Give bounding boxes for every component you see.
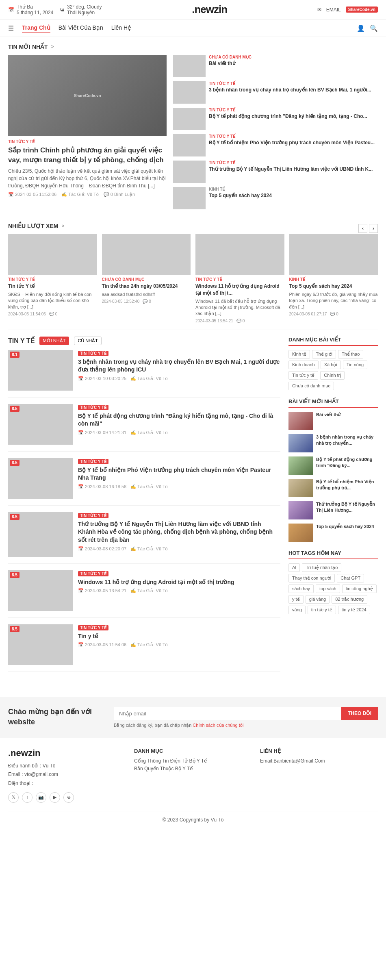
news-title-5[interactable]: Tin y tế: [78, 632, 280, 641]
footer-copyright: © 2023 Copyrights by Vũ Tô: [8, 811, 378, 823]
newsletter-submit-button[interactable]: THEO DÕI: [341, 707, 378, 720]
newsletter-input-row: THEO DÕI: [114, 707, 378, 720]
news-title-3[interactable]: Thứ trưởng Bộ Y tế Nguyễn Thị Liên Hương…: [78, 520, 280, 544]
popular-grid: TIN TỨC Y TẾ Tin tức Y tế SKĐS – Hiện na…: [8, 234, 378, 323]
hot-tag-2[interactable]: Thay thế con người: [288, 574, 335, 582]
hot-tag-4[interactable]: sách hay: [288, 585, 314, 593]
popular-title-2[interactable]: Windows 11 hỗ trợ ứng dụng Adroid tại mộ…: [195, 283, 284, 297]
search-icon[interactable]: 🔍: [370, 24, 378, 32]
news-title-0[interactable]: 3 bệnh nhân trong vụ cháy nhà trọ chuyển…: [78, 358, 280, 374]
news-thumb-4: 8.5: [8, 570, 73, 611]
social-rss-icon[interactable]: ⊕: [63, 792, 74, 803]
featured-main-title[interactable]: Sắp trình Chính phủ phương án giải quyết…: [8, 146, 167, 165]
top-bar-left: 📅 Thứ Ba 5 tháng 11, 2024 🌤 32° deg, Clo…: [8, 4, 102, 15]
score-badge-0: 8.1: [10, 352, 20, 358]
menu-icon[interactable]: ☰: [8, 24, 14, 32]
sidebar-title-0[interactable]: Bài viết thứ: [209, 60, 378, 67]
popular-title-0[interactable]: Tin tức Y tế: [8, 283, 97, 290]
recent-title-3[interactable]: Bộ Y tế bổ nhiệm Phó Viện trưởng phụ trá…: [316, 479, 378, 497]
social-youtube-icon[interactable]: ▶: [50, 792, 60, 803]
recent-title-1[interactable]: 3 bệnh nhân trong vụ cháy nhà trọ chuyển…: [316, 434, 378, 452]
sidebar-title-4[interactable]: Thứ trưởng Bộ Y tế Nguyễn Thị Liên Hương…: [209, 166, 378, 173]
sidebar-thumb-1: [173, 81, 206, 104]
danh-muc-section: DANH MỤC BÀI VIẾT Kinh tế Thế giới Thể t…: [288, 337, 378, 390]
score-badge-1: 8.5: [10, 406, 20, 412]
hot-tag-6[interactable]: tin công nghệ: [342, 585, 377, 593]
user-icon[interactable]: 👤: [357, 24, 365, 32]
recent-title-4[interactable]: Thứ trưởng Bộ Y tế Nguyễn Thị Liên Hương…: [316, 501, 378, 519]
newsletter-note: Bằng cách đăng ký, bạn đã chấp nhận Chín…: [114, 723, 378, 728]
top-bar: 📅 Thứ Ba 5 tháng 11, 2024 🌤 32° deg, Clo…: [0, 0, 386, 20]
tab-moi-nhat[interactable]: MỚI NHẤT: [39, 337, 69, 345]
footer-lien-he-content: Email:Banbienta@Gmail.Com: [260, 758, 378, 764]
nav-link-contact[interactable]: Liên Hệ: [111, 24, 131, 33]
news-title-1[interactable]: Bộ Y tế phát động chương trình "Đăng ký …: [78, 412, 280, 428]
news-date-2: 📅 2024-03-08 16:18:58: [78, 484, 126, 489]
danh-muc-tag-8[interactable]: Chưa có danh mục: [288, 382, 334, 390]
popular-comments-1: 💬 0: [143, 299, 151, 304]
news-title-4[interactable]: Windows 11 hỗ trợ ứng dụng Adroid tại mộ…: [78, 578, 280, 587]
hot-tag-5[interactable]: top sách: [316, 585, 340, 593]
danh-muc-tag-4[interactable]: Xã hội: [321, 361, 341, 369]
social-facebook-icon[interactable]: f: [22, 792, 33, 803]
hot-tag-11[interactable]: tin tức y tế: [308, 606, 336, 614]
weather-block: 🌤 32° deg, Cloudy Thái Nguyên: [60, 4, 102, 15]
recent-thumb-5: [288, 524, 313, 542]
sidebar-title-2[interactable]: Bộ Y tế phát động chương trình "Đăng ký …: [209, 113, 378, 120]
footer-logo[interactable]: .newzin: [8, 748, 126, 758]
footer-link-0[interactable]: Cổng Thông Tin Điện Tử Bộ Y Tế: [134, 758, 252, 764]
nav-link-home[interactable]: Trang Chủ: [22, 24, 50, 33]
sidebar-title-1[interactable]: 3 bệnh nhân trong vụ cháy nhà trọ chuyển…: [209, 87, 378, 93]
popular-title-3[interactable]: Top 5 quyển sách hay 2024: [289, 283, 378, 290]
nav-link-articles[interactable]: Bài Viết Của Bạn: [59, 24, 103, 33]
danh-muc-tag-6[interactable]: Tin tức y tế: [288, 371, 318, 380]
danh-muc-tag-1[interactable]: Thế giới: [312, 350, 336, 359]
hot-tag-9[interactable]: 82 trắc hương: [332, 595, 367, 604]
sidebar-cat-5: KINH TẾ: [209, 187, 378, 191]
hot-tag-7[interactable]: y tế: [288, 595, 304, 604]
popular-next-button[interactable]: ›: [369, 224, 378, 233]
top-logo[interactable]: .newzin: [192, 3, 227, 16]
featured-grid: ShareCode.vn TIN TỨC Y TẾ Sắp trình Chín…: [8, 55, 378, 209]
newsletter-email-input[interactable]: [114, 707, 341, 720]
popular-prev-button[interactable]: ‹: [358, 224, 367, 233]
recent-title-2[interactable]: Bộ Y tế phát động chương trình "Đăng ký.…: [316, 456, 378, 475]
hot-tag-10[interactable]: vàng: [288, 606, 306, 614]
popular-arrow[interactable]: >: [61, 223, 64, 229]
email-label[interactable]: EMAIL: [326, 7, 341, 13]
danh-muc-tag-2[interactable]: Thể thao: [338, 350, 363, 359]
news-thumb-0: 8.1: [8, 350, 73, 391]
danh-muc-tag-5[interactable]: Tin nóng: [343, 361, 367, 369]
sidebar-title-3[interactable]: Bộ Y tế bổ nhiệm Phó Viện trưởng phụ trá…: [209, 139, 378, 146]
social-twitter-icon[interactable]: 𝕏: [8, 792, 19, 803]
featured-main-article: ShareCode.vn TIN TỨC Y TẾ Sắp trình Chín…: [8, 55, 167, 209]
news-title-2[interactable]: Bộ Y tế bổ nhiệm Phó Viện trưởng phụ trá…: [78, 466, 280, 482]
popular-title-1[interactable]: Tin thể thao 24h ngày 03/05/2024: [102, 283, 191, 290]
sidebar-content-2: TIN TỨC Y TẾ Bộ Y tế phát động chương tr…: [209, 108, 378, 120]
score-badge-2: 8.5: [10, 460, 20, 466]
sharecode-badge: ShareCode.vn: [346, 7, 378, 13]
hot-tag-0[interactable]: AI: [288, 563, 300, 572]
danh-muc-tag-3[interactable]: Kinh doanh: [288, 361, 319, 369]
featured-main-category: TIN TỨC Y TẾ: [8, 139, 167, 144]
sidebar-title-5[interactable]: Top 5 quyển sách hay 2024: [209, 192, 378, 199]
danh-muc-tag-7[interactable]: Chính trị: [320, 371, 345, 380]
featured-arrow[interactable]: >: [51, 44, 54, 50]
footer-link-1[interactable]: Bản Quyền Thuộc Bộ Y Tế: [134, 766, 252, 771]
newsletter-policy-link[interactable]: Chính sách của chúng tôi: [193, 723, 243, 728]
hot-tag-3[interactable]: Chat GPT: [337, 574, 364, 582]
popular-comments-3: 💬 0: [330, 312, 338, 316]
hot-tag-1[interactable]: Trí tuệ nhân tạo: [302, 563, 341, 572]
hot-tag-8[interactable]: giá vàng: [306, 595, 330, 604]
social-instagram-icon[interactable]: 📷: [36, 792, 46, 803]
sidebar-item: KINH TẾ Top 5 quyển sách hay 2024: [173, 187, 378, 209]
news-date-0: 📅 2024-03-10 03:20:25: [78, 376, 126, 381]
nav: ☰ Trang Chủ Bài Viết Của Bạn Liên Hệ 👤 🔍: [0, 20, 386, 37]
tab-cu-nhat[interactable]: CŨ NHẤT: [74, 337, 102, 345]
hot-tag-12[interactable]: tin y tế 2024: [338, 606, 370, 614]
danh-muc-tag-0[interactable]: Kinh tế: [288, 350, 310, 359]
recent-title-0[interactable]: Bài viết thứ: [316, 412, 340, 430]
recent-title-5[interactable]: Top 5 quyển sách hay 2024: [316, 524, 374, 542]
news-date-5: 📅 2024-03-05 11:54:06: [78, 642, 126, 648]
nav-icons: 👤 🔍: [357, 24, 378, 32]
